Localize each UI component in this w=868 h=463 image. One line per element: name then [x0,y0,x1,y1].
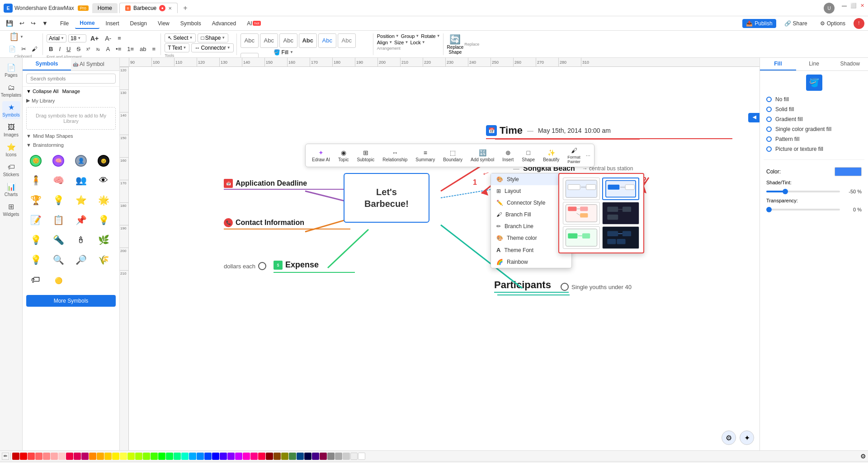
copy-btn[interactable]: 📄 [6,44,18,54]
color-3[interactable] [28,453,35,460]
text-align-btn[interactable]: ≡ [150,44,158,54]
text-btn[interactable]: T Text ▼ [165,43,189,52]
font-size-selector[interactable]: 18 ▼ [68,34,86,42]
symbol-18[interactable]: 🔦 [49,231,68,250]
text-color-btn[interactable]: A [104,44,112,54]
numbered-list-btn[interactable]: 1≡ [125,44,136,54]
underline-btn[interactable]: U [64,44,73,54]
color-swatch[interactable] [835,167,862,176]
align-btn[interactable]: Align ▼ [377,40,392,45]
bold-btn[interactable]: B [47,44,55,54]
fill-single-gradient[interactable]: Single color gradient fill [764,124,864,134]
color-39[interactable] [304,453,311,460]
position-btn[interactable]: Position ▼ [377,33,399,39]
style-swatch-1[interactable]: Abc [241,33,259,48]
color-27[interactable] [212,453,219,460]
ft-add-symbol[interactable]: 🔣 Add symbol [468,148,497,163]
style-swatch-7[interactable]: Abc [241,53,259,58]
symbol-26[interactable]: 🟡 [49,271,68,290]
color-30[interactable] [235,453,242,460]
paragraph-btn[interactable]: ≡ [115,33,123,43]
font-name-selector[interactable]: Arial ▼ [47,34,66,42]
nav-icons[interactable]: ⭐ Icons [2,141,20,159]
more-quick-btn[interactable]: ▼ [40,19,50,28]
color-23[interactable] [181,453,189,460]
nav-pages[interactable]: 📄 Pages [2,61,20,80]
nav-stickers[interactable]: 🏷 Stickers [2,161,20,179]
color-36[interactable] [281,453,288,460]
nav-charts[interactable]: 📊 Charts [2,181,20,199]
fill-picture[interactable]: Picture or texture fill [764,144,864,154]
menu-rainbow[interactable]: 🌈 Rainbow [491,256,571,268]
ft-relationship[interactable]: ↔ Relationship [380,148,410,163]
ft-subtopic[interactable]: ⊞ Subtopic [354,148,377,163]
color-13[interactable] [104,453,112,460]
symbol-23[interactable]: 🔎 [71,251,90,270]
ft-more-btn[interactable]: ··· [586,152,590,159]
right-tab-fill[interactable]: Fill [760,58,796,70]
strikethrough-btn[interactable]: S [74,44,83,54]
tab-home[interactable]: Home [92,3,118,13]
bullet-list-btn[interactable]: •≡ [113,44,123,54]
canvas[interactable]: 90 100 110 120 130 140 150 160 170 180 1… [120,58,760,450]
style-swatch-2[interactable]: Abc [260,33,278,48]
my-library-section[interactable]: ▶ My Library [23,96,119,105]
minimize-btn[interactable]: — [842,3,847,14]
brainstorming-section[interactable]: ▼ Brainstorming [23,140,119,150]
color-25[interactable] [197,453,204,460]
color-26[interactable] [204,453,212,460]
text-direction-btn[interactable]: ab [137,44,148,54]
color-44[interactable] [343,453,350,460]
color-43[interactable] [335,453,342,460]
fill-solid[interactable]: Solid fill [764,104,864,114]
nav-images[interactable]: 🖼 Images [2,121,20,139]
style-thumb-3[interactable] [563,202,600,224]
menu-insert[interactable]: Insert [101,19,124,28]
right-tab-line[interactable]: Line [796,58,832,70]
symbol-11[interactable]: ⭐ [71,191,90,210]
color-6[interactable] [51,453,58,460]
fill-btn[interactable]: 🪣 Fill ▼ [274,49,304,56]
color-42[interactable] [327,453,335,460]
color-21[interactable] [166,453,173,460]
fill-pattern[interactable]: Pattern fill [764,134,864,144]
options-btn[interactable]: ⚙ Options [816,19,850,28]
redo-btn[interactable]: ↪ [28,19,38,28]
mind-map-section[interactable]: ▼ Mind Map Shapes [23,131,119,140]
sidebar-tab-symbols[interactable]: Symbols [23,58,71,70]
ft-edraw-ai[interactable]: ✦ Edraw AI [309,148,333,163]
menu-design[interactable]: Design [126,19,151,28]
fill-no-fill[interactable]: No fill [764,94,864,104]
notification-btn[interactable]: ! [854,18,864,29]
symbol-8[interactable]: 👁 [94,171,113,190]
collapse-right-btn[interactable]: ▶ [748,113,760,122]
color-41[interactable] [320,453,327,460]
symbol-12[interactable]: 🌟 [94,191,113,210]
select-btn[interactable]: ↖ Select ▼ [165,33,196,42]
symbol-22[interactable]: 🔍 [49,251,68,270]
ft-summary[interactable]: ≡ Summary [413,148,438,163]
single-node[interactable]: Single youths under 40 [561,283,632,291]
mindmap-center-node[interactable]: Let'sBarbecue! [344,173,429,223]
symbol-19[interactable]: 🕯 [71,231,90,250]
time-node[interactable]: 📅 Time — May 15th, 2014 10:00 am [486,125,611,136]
symbol-10[interactable]: 💡 [49,191,68,210]
color-16[interactable] [127,453,135,460]
fill-gradient[interactable]: Gradient fill [764,114,864,124]
edit-colors-btn[interactable]: ✏ [2,453,9,460]
symbol-4[interactable]: 😐 [94,151,113,170]
symbol-13[interactable]: 📝 [26,211,45,230]
dollars-node[interactable]: dollars each [224,262,266,270]
color-2[interactable] [20,453,27,460]
cut-btn[interactable]: ✂ [19,44,28,54]
collapse-all-btn[interactable]: ▼ Collapse All [26,89,58,94]
color-4[interactable] [35,453,42,460]
symbol-17[interactable]: 💡 [26,231,45,250]
maximize-btn[interactable]: ⬜ [850,3,857,14]
paste-btn[interactable]: 📋 ▼ [6,31,26,44]
color-19[interactable] [151,453,158,460]
save-quick-btn[interactable]: 💾 [4,19,15,28]
color-29[interactable] [227,453,235,460]
settings-canvas-btn[interactable]: ⚙ [722,430,736,445]
symbol-7[interactable]: 👥 [71,171,90,190]
